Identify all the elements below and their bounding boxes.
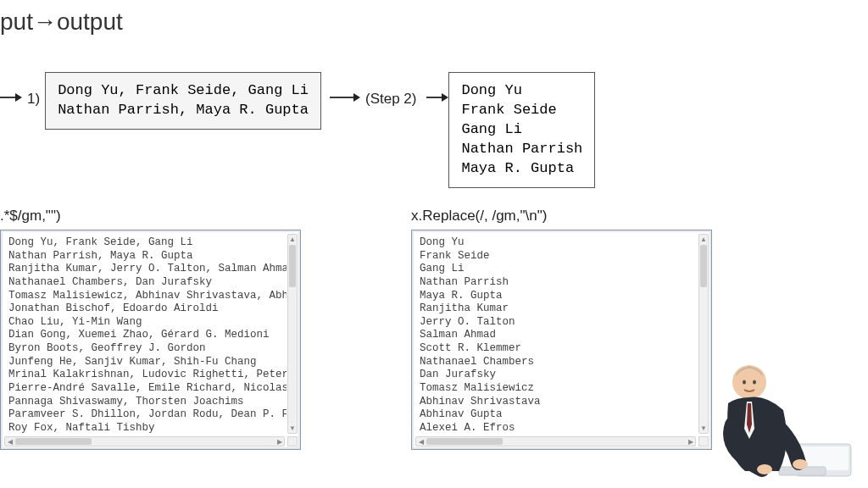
left-code-label: .*$/gm,"") [0, 208, 314, 225]
scroll-right-icon[interactable]: ▶ [686, 437, 695, 446]
input-line1: Dong Yu, Frank Seide, Gang Li [58, 82, 309, 98]
horizontal-scrollbar[interactable]: ◀ ▶ [415, 436, 696, 446]
scroll-up-icon[interactable]: ▲ [288, 235, 297, 244]
svg-point-11 [743, 380, 746, 385]
left-code-content: Dong Yu, Frank Seide, Gang Li Nathan Par… [5, 235, 287, 435]
slide-title: put→output [0, 8, 123, 36]
horizontal-scrollbar[interactable]: ◀ ▶ [4, 436, 285, 446]
scroll-right-icon[interactable]: ▶ [275, 437, 284, 446]
svg-marker-3 [353, 93, 360, 102]
svg-point-14 [757, 464, 772, 474]
pipeline-diagram: 1) Dong Yu, Frank Seide, Gang Li Nathan … [0, 72, 595, 188]
svg-marker-5 [442, 93, 448, 102]
scroll-thumb[interactable] [289, 245, 296, 287]
scroll-down-icon[interactable]: ▼ [288, 424, 297, 433]
scroll-thumb[interactable] [426, 438, 503, 445]
arrow-icon [330, 72, 360, 104]
input-line2: Nathan Parrish, Maya R. Gupta [58, 102, 309, 118]
step2-label: (Step 2) [365, 72, 416, 108]
left-code-box[interactable]: Dong Yu, Frank Seide, Gang Li Nathan Par… [0, 230, 301, 450]
step1-label: 1) [27, 72, 40, 108]
scroll-thumb[interactable] [15, 438, 92, 445]
right-code-label: x.Replace(/, /gm,"\n") [411, 208, 725, 225]
scroll-left-icon[interactable]: ◀ [416, 437, 426, 446]
arrow-icon [0, 72, 22, 104]
scroll-up-icon[interactable]: ▲ [699, 235, 708, 244]
scroll-thumb[interactable] [700, 245, 707, 287]
svg-point-10 [732, 365, 766, 399]
scroll-corner [287, 436, 298, 446]
scroll-left-icon[interactable]: ◀ [5, 437, 14, 446]
code-panels: .*$/gm,"") Dong Yu, Frank Seide, Gang Li… [0, 208, 725, 450]
right-code-box[interactable]: Dong Yu Frank Seide Gang Li Nathan Parri… [411, 230, 712, 450]
output-box: Dong Yu Frank Seide Gang Li Nathan Parri… [448, 72, 595, 188]
svg-marker-1 [15, 93, 22, 102]
vertical-scrollbar[interactable]: ▲ ▼ [287, 234, 298, 434]
svg-point-13 [793, 459, 808, 469]
input-box: Dong Yu, Frank Seide, Gang Li Nathan Par… [45, 72, 321, 130]
svg-point-12 [753, 380, 756, 385]
businessman-at-desk-illustration [698, 344, 860, 488]
arrow-icon [426, 72, 448, 104]
right-code-content: Dong Yu Frank Seide Gang Li Nathan Parri… [416, 235, 698, 435]
